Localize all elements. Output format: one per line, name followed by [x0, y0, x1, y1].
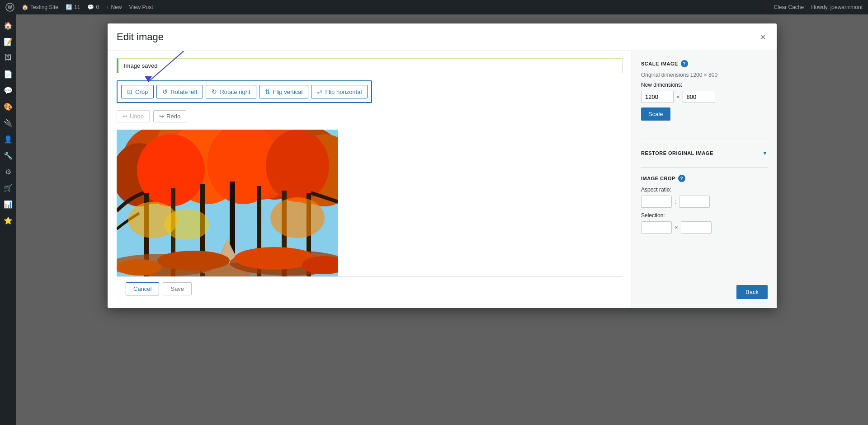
admin-bar-howdy[interactable]: Howdy, joewarnimont: [811, 4, 863, 10]
admin-bar-view-post[interactable]: View Post: [129, 4, 153, 10]
admin-bar-wp-logo[interactable]: W: [5, 3, 14, 12]
admin-bar-clear-cache[interactable]: Clear Cache: [774, 4, 804, 10]
admin-bar-right: Clear Cache Howdy, joewarnimont: [774, 4, 863, 10]
admin-bar: W 🏠 Testing Site 🔄 11 💬 0 + New View Pos…: [0, 0, 868, 14]
svg-text:W: W: [8, 5, 12, 10]
admin-bar-site-name[interactable]: 🏠 Testing Site: [22, 4, 58, 10]
admin-bar-updates[interactable]: 🔄 11: [66, 4, 80, 10]
admin-bar-new[interactable]: + New: [106, 4, 122, 10]
admin-bar-comments[interactable]: 💬 0: [87, 4, 99, 10]
